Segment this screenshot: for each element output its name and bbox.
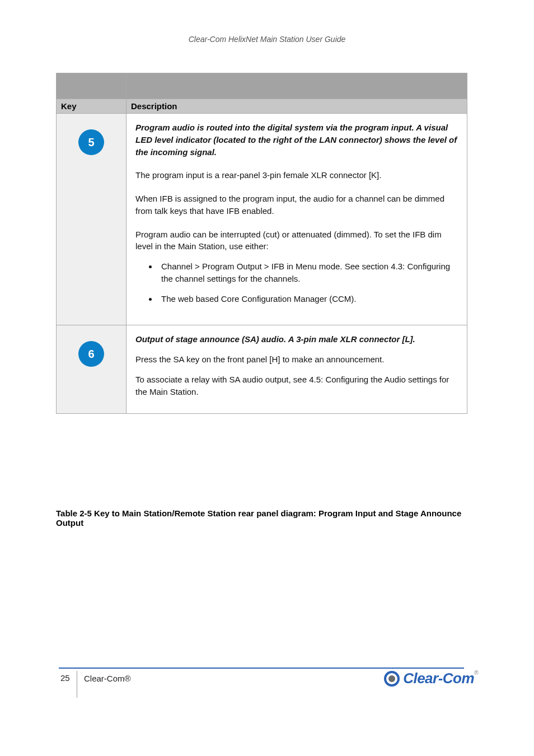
document-title: Clear-Com HelixNet Main Station User Gui…	[0, 35, 534, 44]
col-header-description: Description	[127, 99, 467, 114]
sa-output-intro: Output of stage announce (SA) audio. A 3…	[135, 333, 458, 346]
col-header-key: Key	[57, 99, 127, 114]
clearcom-logo: Clear-Com®	[384, 670, 478, 687]
page-number: 25	[60, 673, 70, 683]
table-header-row: Key Description	[57, 99, 467, 114]
clearcom-logo-icon	[384, 671, 400, 687]
bullet-list: Channel > Program Output > IFB in Menu m…	[158, 260, 458, 305]
main-table: Key Description 5 Program audio is route…	[56, 73, 467, 414]
program-input-ifb: When IFB is assigned to the program inpu…	[135, 193, 458, 217]
key-cell: 6	[57, 325, 127, 414]
table-row: 6 Output of stage announce (SA) audio. A…	[57, 325, 467, 414]
document-page: Clear-Com HelixNet Main Station User Gui…	[0, 0, 534, 756]
table-caption: Table 2-5 Key to Main Station/Remote Sta…	[56, 508, 467, 528]
sa-key-instruction: Press the SA key on the front panel [H] …	[135, 353, 458, 366]
table-band	[57, 73, 467, 99]
program-input-intro: Program audio is routed into the digital…	[135, 122, 458, 158]
callout-circle-icon: 6	[78, 341, 104, 367]
list-item: Channel > Program Output > IFB in Menu m…	[158, 260, 458, 285]
list-item: The web based Core Configuration Manager…	[158, 293, 458, 305]
program-input-connector: The program input is a rear-panel 3-pin …	[135, 169, 458, 181]
sa-relay-note: To associate a relay with SA audio outpu…	[135, 374, 458, 398]
key-cell: 5	[57, 114, 127, 325]
description-cell: Output of stage announce (SA) audio. A 3…	[127, 325, 467, 414]
description-cell: Program audio is routed into the digital…	[127, 114, 467, 325]
table-row: 5 Program audio is routed into the digit…	[57, 114, 467, 325]
callout-circle-icon: 5	[78, 129, 104, 155]
program-input-interrupt: Program audio can be interrupted (cut) o…	[135, 228, 458, 253]
footer-brand-text: Clear-Com®	[84, 674, 131, 683]
footer-separator	[59, 668, 464, 669]
footer-vertical-separator	[77, 671, 77, 698]
clearcom-logo-text: Clear-Com®	[403, 670, 478, 687]
